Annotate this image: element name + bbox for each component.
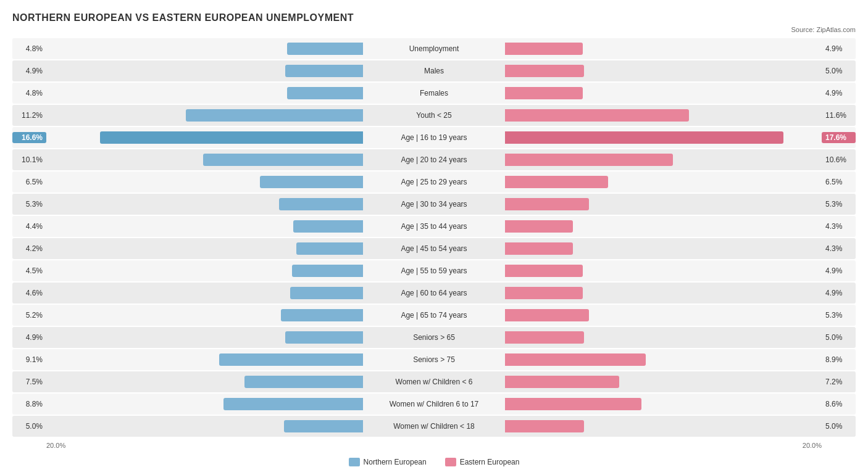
left-bar — [290, 287, 363, 299]
row-label: Age | 16 to 19 years — [363, 133, 505, 142]
left-bar — [203, 154, 363, 166]
right-bar — [505, 376, 619, 388]
row-label: Women w/ Children < 6 — [363, 378, 505, 386]
left-value: 8.8% — [12, 400, 46, 408]
left-bar — [100, 131, 363, 144]
chart-row: 5.3% Age | 30 to 34 years 5.3% — [12, 194, 856, 215]
chart-row: 6.5% Age | 25 to 29 years 6.5% — [12, 172, 856, 192]
chart-row: 5.2% Age | 65 to 74 years 5.3% — [12, 305, 856, 326]
right-value: 5.0% — [822, 67, 856, 75]
left-bar — [293, 220, 363, 233]
row-label: Seniors > 65 — [363, 333, 505, 342]
chart-area: 4.8% Unemployment 4.9% 4.9% Males 5.0% 4… — [12, 38, 856, 437]
left-bar-container — [46, 176, 363, 188]
left-value: 10.1% — [12, 155, 46, 164]
left-bar — [284, 420, 363, 432]
row-label: Women w/ Children 6 to 17 — [363, 400, 505, 408]
left-value: 4.9% — [12, 67, 46, 75]
right-bar — [505, 420, 584, 432]
right-bar — [505, 242, 573, 255]
row-label: Age | 20 to 24 years — [363, 155, 505, 164]
right-value: 8.6% — [822, 400, 856, 408]
chart-row: 11.2% Youth < 25 11.6% — [12, 105, 856, 126]
left-value: 7.5% — [12, 378, 46, 386]
chart-row: 4.6% Age | 60 to 64 years 4.9% — [12, 283, 856, 304]
left-bar-container — [46, 265, 363, 277]
axis-right-label: 20.0% — [803, 442, 822, 449]
left-bar-container — [46, 154, 363, 166]
right-bar — [505, 176, 608, 188]
left-bar-container — [46, 398, 363, 410]
right-value: 17.6% — [822, 132, 856, 143]
left-bar — [285, 331, 363, 344]
left-bar-container — [46, 331, 363, 344]
left-value: 16.6% — [12, 132, 46, 143]
right-value: 5.0% — [822, 333, 856, 342]
right-bar — [505, 65, 584, 77]
right-bar-container — [505, 331, 822, 344]
chart-row: 4.2% Age | 45 to 54 years 4.3% — [12, 238, 856, 259]
row-label: Unemployment — [363, 44, 505, 53]
right-bar — [505, 287, 583, 299]
left-bar — [186, 109, 363, 122]
left-bar — [296, 242, 363, 255]
left-value: 5.2% — [12, 311, 46, 320]
left-bar-container — [46, 109, 363, 122]
right-bar-container — [505, 287, 822, 299]
eastern-swatch — [445, 458, 456, 466]
left-bar — [223, 398, 363, 410]
right-value: 5.3% — [822, 311, 856, 320]
left-value: 6.5% — [12, 178, 46, 186]
chart-row: 4.9% Males 5.0% — [12, 60, 856, 81]
northern-swatch — [349, 458, 360, 466]
left-value: 4.2% — [12, 244, 46, 253]
left-bar-container — [46, 287, 363, 299]
left-bar — [287, 87, 363, 99]
chart-row: 4.8% Females 4.9% — [12, 83, 856, 104]
row-label: Age | 65 to 74 years — [363, 311, 505, 320]
right-bar-container — [505, 398, 822, 410]
right-bar — [505, 43, 583, 55]
row-label: Age | 25 to 29 years — [363, 178, 505, 186]
row-label: Age | 30 to 34 years — [363, 200, 505, 209]
left-bar — [287, 43, 363, 55]
chart-row: 9.1% Seniors > 75 8.9% — [12, 349, 856, 370]
right-value: 11.6% — [822, 111, 856, 120]
right-bar-container — [505, 154, 822, 166]
chart-row: 4.8% Unemployment 4.9% — [12, 38, 856, 59]
chart-row: 4.9% Seniors > 65 5.0% — [12, 327, 856, 348]
row-label: Seniors > 75 — [363, 355, 505, 364]
left-bar-container — [46, 131, 363, 144]
left-value: 4.6% — [12, 289, 46, 297]
chart-title: NORTHERN EUROPEAN VS EASTERN EUROPEAN UN… — [12, 12, 856, 23]
right-bar — [505, 109, 689, 122]
right-value: 10.6% — [822, 155, 856, 164]
right-bar-container — [505, 65, 822, 77]
row-label: Age | 35 to 44 years — [363, 222, 505, 231]
legend-eastern: Eastern European — [445, 458, 520, 466]
source-label: Source: ZipAtlas.com — [12, 26, 856, 33]
row-label: Women w/ Children < 18 — [363, 422, 505, 431]
chart-row: 10.1% Age | 20 to 24 years 10.6% — [12, 149, 856, 170]
row-label: Age | 45 to 54 years — [363, 244, 505, 253]
row-label: Females — [363, 89, 505, 97]
eastern-label: Eastern European — [460, 458, 520, 466]
chart-row: 8.8% Women w/ Children 6 to 17 8.6% — [12, 394, 856, 415]
left-bar-container — [46, 376, 363, 388]
left-bar — [219, 353, 363, 366]
right-bar-container — [505, 265, 822, 277]
left-value: 4.8% — [12, 89, 46, 97]
row-label: Youth < 25 — [363, 111, 505, 120]
right-bar — [505, 198, 589, 210]
chart-row: 7.5% Women w/ Children < 6 7.2% — [12, 371, 856, 392]
right-value: 4.9% — [822, 44, 856, 53]
chart-row: 4.5% Age | 55 to 59 years 4.9% — [12, 260, 856, 281]
left-bar-container — [46, 353, 363, 366]
right-value: 4.9% — [822, 267, 856, 275]
left-bar — [244, 376, 363, 388]
right-value: 7.2% — [822, 378, 856, 386]
right-value: 5.0% — [822, 422, 856, 431]
right-value: 8.9% — [822, 355, 856, 364]
left-bar-container — [46, 43, 363, 55]
legend: Northern European Eastern European — [12, 458, 856, 466]
